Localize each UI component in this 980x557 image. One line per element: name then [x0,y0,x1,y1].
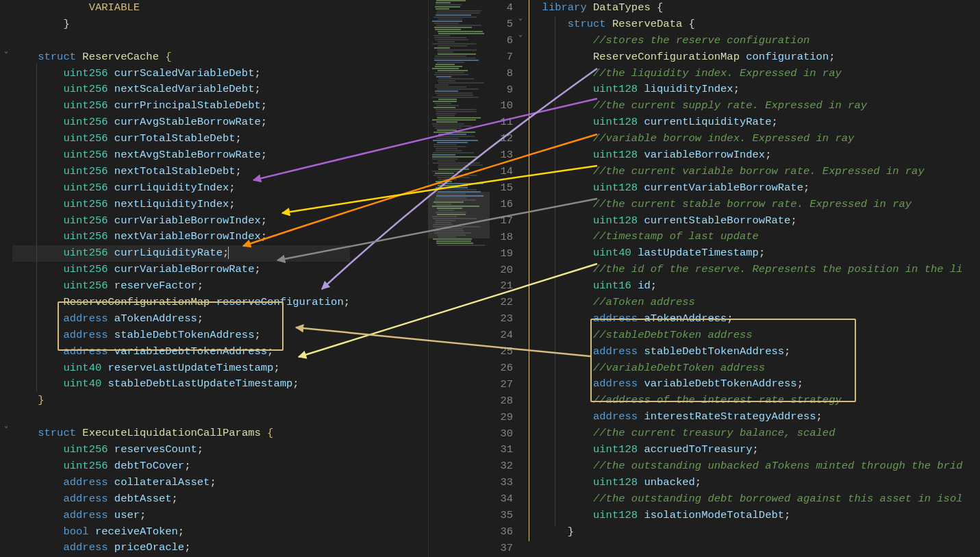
code-line[interactable]: } [529,524,963,541]
code-line[interactable]: address variableDebtTokenAddress; [529,376,963,393]
line-number: 28 [490,393,513,410]
line-number: 9 [490,82,513,99]
line-number: 36 [490,524,513,541]
struct-field[interactable]: uint256 currVariableBorrowRate; [12,262,350,278]
code-line[interactable]: //the outstanding unbacked aTokens minte… [529,458,963,475]
line-number: 6 [490,33,513,49]
code-line[interactable]: address stableDebtTokenAddress; [529,344,963,360]
code-line[interactable]: address aTokenAddress; [529,311,963,327]
code-line[interactable]: uint128 currentStableBorrowRate; [529,213,963,230]
struct-field[interactable]: uint256 nextVariableBorrowIndex; [12,229,350,245]
struct-field[interactable]: uint256 currAvgStableBorrowRate; [12,114,350,131]
line-number: 24 [490,327,513,344]
code-line[interactable]: //the current stable borrow rate. Expres… [529,197,963,213]
line-number: 8 [490,66,513,82]
code-line[interactable]: uint128 variableBorrowIndex; [529,147,963,164]
struct-field[interactable]: uint256 currLiquidityIndex; [12,180,350,197]
struct-field[interactable]: address priceOracle; [12,540,350,556]
code-line[interactable]: VARIABLE [12,0,350,16]
code-line[interactable]: //timestamp of last update [529,229,963,245]
code-line[interactable]: uint128 liquidityIndex; [529,82,963,98]
struct-field[interactable]: uint40 reserveLastUpdateTimestamp; [12,360,350,377]
code-line[interactable]: } [12,16,350,33]
line-number: 37 [490,541,513,557]
code-line[interactable]: //the current supply rate. Expressed in … [529,98,963,114]
line-number: 11 [490,114,513,131]
line-number: 7 [490,49,513,66]
line-number: 17 [490,213,513,230]
line-number: 30 [490,426,513,443]
fold-chevron-icon[interactable]: ⌄ [2,47,10,55]
struct-field[interactable]: uint256 nextTotalStableDebt; [12,164,350,180]
code-line[interactable]: //address of the interest rate strategy [529,393,963,409]
struct-header[interactable]: struct ExecuteLiquidationCallParams { [12,425,350,442]
code-line[interactable] [12,33,350,49]
indent-guide-active [529,0,529,541]
fold-chevron-icon[interactable]: ⌄ [516,30,525,38]
struct-field[interactable]: address stableDebtTokenAddress; [12,327,350,344]
code-line[interactable]: //variableDebtToken address [529,360,963,377]
code-line[interactable]: //variable borrow index. Expressed in ra… [529,131,963,147]
struct-field[interactable]: uint256 nextAvgStableBorrowRate; [12,147,350,164]
struct-close[interactable]: } [12,393,350,409]
line-number: 14 [490,164,513,180]
line-number: 18 [490,230,513,246]
code-line[interactable]: //stableDebtToken address [529,327,963,344]
indent-guide [36,63,37,392]
struct-field[interactable]: uint256 currVariableBorrowIndex; [12,213,350,230]
struct-field[interactable]: uint256 debtToCover; [12,458,350,475]
struct-field[interactable]: uint256 reserveFactor; [12,278,350,295]
code-line[interactable]: //stores the reserve configuration [529,33,963,49]
struct-field[interactable]: uint256 currLiquidityRate; [12,245,350,262]
code-line[interactable]: //the id of the reserve. Represents the … [529,262,963,278]
code-line[interactable]: uint128 accruedToTreasury; [529,442,963,458]
editor-left-pane[interactable]: ⌄ ⌄ VARIABLE } struct ReserveCache { uin… [0,0,490,557]
line-number: 13 [490,147,513,164]
line-number: 29 [490,410,513,426]
code-line[interactable]: struct ReserveData { [529,16,963,33]
code-line[interactable]: //aToken address [529,295,963,311]
code-line[interactable]: //the outstanding debt borrowed against … [529,491,963,508]
struct-field[interactable]: uint256 currTotalStableDebt; [12,131,350,147]
code-line[interactable]: uint40 lastUpdateTimestamp; [529,245,963,262]
line-number: 34 [490,491,513,508]
struct-field[interactable]: address aTokenAddress; [12,311,350,327]
struct-field[interactable]: ReserveConfigurationMap reserveConfigura… [12,295,350,311]
code-line[interactable]: //the current treasury balance, scaled [529,425,963,442]
struct-field[interactable]: address variableDebtTokenAddress; [12,344,350,360]
code-line[interactable] [529,540,963,556]
struct-field[interactable]: uint256 nextLiquidityIndex; [12,197,350,213]
code-line[interactable]: uint128 currentLiquidityRate; [529,114,963,131]
line-number: 19 [490,246,513,262]
line-number: 21 [490,278,513,295]
code-line[interactable]: uint16 id; [529,278,963,295]
line-number: 31 [490,442,513,458]
minimap[interactable] [428,0,490,557]
struct-field[interactable]: uint256 reservesCount; [12,442,350,458]
code-line[interactable]: uint128 unbacked; [529,475,963,491]
fold-chevron-icon[interactable]: ⌄ [2,421,10,430]
code-line[interactable]: uint128 currentVariableBorrowRate; [529,180,963,197]
struct-field[interactable]: uint256 currPrincipalStableDebt; [12,98,350,114]
struct-field[interactable]: uint256 nextScaledVariableDebt; [12,82,350,98]
struct-field[interactable]: address user; [12,508,350,524]
struct-field[interactable]: uint256 currScaledVariableDebt; [12,66,350,82]
line-number: 35 [490,508,513,524]
code-line[interactable]: ReserveConfigurationMap configuration; [529,49,963,66]
minimap-viewport[interactable] [429,192,490,238]
struct-field[interactable]: address collateralAsset; [12,475,350,491]
line-number: 26 [490,360,513,377]
struct-field[interactable]: address debtAsset; [12,491,350,508]
code-line[interactable]: library DataTypes { [529,0,963,16]
code-line[interactable]: //the current variable borrow rate. Expr… [529,164,963,180]
fold-chevron-icon[interactable]: ⌄ [516,14,525,22]
code-line[interactable]: address interestRateStrategyAddress; [529,409,963,425]
line-number: 27 [490,377,513,393]
struct-header[interactable]: struct ReserveCache { [12,49,350,66]
struct-field[interactable]: bool receiveAToken; [12,524,350,541]
code-line[interactable]: //the liquidity index. Expressed in ray [529,66,963,82]
indent-guide [555,16,555,526]
editor-right-pane[interactable]: UnitTest stub | dependencies | uml | dra… [490,0,980,557]
code-line[interactable]: uint128 isolationModeTotalDebt; [529,508,963,524]
struct-field[interactable]: uint40 stableDebtLastUpdateTimestamp; [12,376,350,393]
